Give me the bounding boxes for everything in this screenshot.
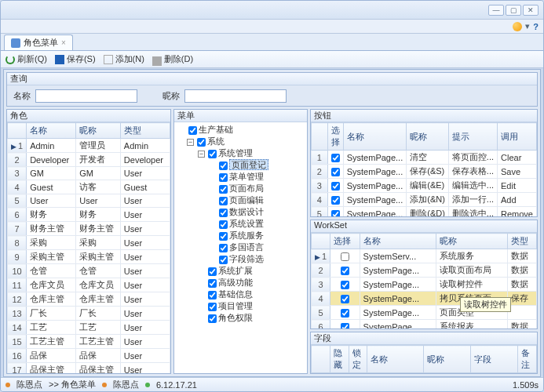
tab-label: 角色菜单 [24, 37, 58, 49]
name-input[interactable] [35, 89, 137, 103]
table-row[interactable]: 3SystemPage...读取树控件数据 [312, 278, 537, 292]
tree-checkbox[interactable] [197, 138, 206, 147]
tab-close-icon[interactable]: × [61, 38, 66, 47]
tree-node[interactable]: 基础信息 [198, 289, 305, 300]
status-version: 6.12.17.21 [156, 380, 197, 390]
table-row[interactable]: 5SystemPage...删除(&D)删除选中...Remove [312, 207, 537, 217]
alias-input[interactable] [184, 89, 287, 103]
menu-panel: 菜单 生产基础−系统−系统管理页面登记菜单管理页面布局页面编辑数据设计系统设置系… [173, 109, 308, 374]
tree-checkbox[interactable] [219, 244, 228, 252]
table-row[interactable]: 2SystemPage...保存(&S)保存表格...Save [312, 165, 537, 179]
row-checkbox[interactable] [341, 295, 349, 303]
add-icon [104, 55, 113, 64]
save-button[interactable]: 保存(S) [55, 53, 96, 65]
table-row[interactable]: 3GMGMUser [8, 167, 170, 180]
tree-node[interactable]: 数据设计 [209, 206, 305, 218]
row-checkbox[interactable] [331, 168, 340, 176]
tree-node[interactable]: 多国语言 [209, 241, 305, 253]
tree-checkbox[interactable] [208, 303, 217, 311]
table-row[interactable]: ▶1SystemServ...系统服务数据 [312, 249, 537, 263]
help-icon[interactable]: ? [533, 22, 539, 31]
tree-node[interactable]: 生产基础 [187, 124, 305, 136]
table-row[interactable]: 3SystemPage...编辑(&E)编辑选中...Edit [312, 179, 537, 193]
tree-node[interactable]: −系统管理页面登记菜单管理页面布局页面编辑数据设计系统设置系统服务多国语言字段筛… [198, 147, 305, 265]
help-bar: ▾ ? [1, 20, 543, 34]
tree-checkbox[interactable] [208, 267, 217, 276]
table-row[interactable]: 8采购采购User [8, 236, 170, 250]
table-row[interactable]: 17品保主管品保主管User [8, 363, 170, 374]
table-row[interactable]: 9采购主管采购主管User [8, 250, 170, 264]
table-row[interactable]: 11仓库文员仓库文员User [8, 278, 170, 292]
row-checkbox[interactable] [331, 196, 340, 205]
row-checkbox[interactable] [341, 252, 349, 261]
tree-node[interactable]: 页面布局 [209, 183, 305, 194]
row-checkbox[interactable] [341, 323, 349, 328]
fields-grid[interactable]: 隐藏锁定名称昵称字段备注▶1@sUserRolesUserRolesUserRo… [311, 345, 537, 373]
table-row[interactable]: 15工艺主管工艺主管User [8, 335, 170, 349]
table-row[interactable]: 16品保品保User [8, 349, 170, 363]
table-row[interactable]: 13厂长厂长User [8, 307, 170, 321]
collapse-icon[interactable]: − [187, 139, 194, 146]
tree-node[interactable]: 系统设置 [209, 218, 305, 230]
tree-checkbox[interactable] [219, 209, 228, 217]
row-checkbox[interactable] [331, 154, 340, 162]
theme-icon[interactable] [513, 22, 522, 31]
table-row[interactable]: 7财务主管财务主管User [8, 222, 170, 236]
tree-checkbox[interactable] [188, 126, 197, 135]
table-row[interactable]: 2SystemPage...读取页面布局数据 [312, 263, 537, 278]
tree-checkbox[interactable] [219, 220, 228, 229]
tree-checkbox[interactable] [219, 173, 228, 182]
tree-node[interactable]: 字段筛选 [209, 253, 305, 265]
row-checkbox[interactable] [331, 210, 340, 216]
tree-checkbox[interactable] [208, 291, 217, 299]
tree-node[interactable]: 页面登记 [209, 159, 305, 171]
menu-header: 菜单 [174, 110, 307, 122]
row-checkbox[interactable] [331, 182, 340, 191]
tree-checkbox[interactable] [219, 197, 228, 205]
tree-node[interactable]: 系统扩展 [198, 265, 305, 277]
query-header: 查询 [7, 73, 537, 85]
row-checkbox[interactable] [341, 281, 349, 289]
dropdown-icon[interactable]: ▾ [525, 21, 530, 31]
tree-node[interactable]: 项目管理 [198, 300, 305, 312]
table-row[interactable]: 4SystemPage...添加(&N)添加一行...Add [312, 193, 537, 207]
table-row[interactable]: 5UserUserUser [8, 194, 170, 208]
tree-checkbox[interactable] [219, 232, 228, 241]
roles-grid[interactable]: 名称昵称类型▶1Admin管理员Admin2Developer开发者Develo… [7, 122, 170, 373]
table-row[interactable]: 10仓管仓管User [8, 264, 170, 278]
tree-checkbox[interactable] [219, 256, 228, 264]
table-row[interactable]: 14工艺工艺User [8, 321, 170, 335]
table-row[interactable]: 4Guest访客Guest [8, 180, 170, 194]
tree-node[interactable]: 菜单管理 [209, 171, 305, 183]
table-row[interactable]: 12仓库主管仓库主管User [8, 292, 170, 307]
tree-node[interactable]: 系统服务 [209, 230, 305, 241]
tree-checkbox[interactable] [219, 185, 228, 194]
tree-node[interactable]: 高级功能 [198, 277, 305, 289]
tree-node[interactable]: −系统−系统管理页面登记菜单管理页面布局页面编辑数据设计系统设置系统服务多国语言… [187, 136, 305, 324]
tab-role-menu[interactable]: 角色菜单 × [4, 34, 73, 50]
minimize-button[interactable]: — [488, 5, 504, 16]
tree-checkbox[interactable] [208, 279, 217, 288]
tree-checkbox[interactable] [208, 150, 217, 158]
menu-tree[interactable]: 生产基础−系统−系统管理页面登记菜单管理页面布局页面编辑数据设计系统设置系统服务… [174, 122, 307, 373]
table-row[interactable]: 6SystemPage...系统报表数据 [312, 320, 537, 329]
table-row[interactable]: 6财务财务User [8, 208, 170, 222]
buttons-grid[interactable]: 选择名称昵称提示调用1SystemPage...清空将页面控...Clear2S… [311, 122, 537, 216]
tree-checkbox[interactable] [219, 162, 228, 170]
close-button[interactable]: ✕ [523, 5, 539, 16]
workset-grid[interactable]: 选择名称昵称类型▶1SystemServ...系统服务数据2SystemPage… [311, 233, 537, 328]
table-row[interactable]: 2Developer开发者Developer [8, 153, 170, 167]
row-checkbox[interactable] [341, 267, 349, 275]
row-checkbox[interactable] [341, 309, 349, 318]
tree-node[interactable]: 页面编辑 [209, 194, 305, 206]
table-row[interactable]: 1SystemPage...清空将页面控...Clear [312, 151, 537, 165]
refresh-button[interactable]: 刷新(Q) [5, 53, 47, 65]
tree-checkbox[interactable] [208, 314, 217, 323]
maximize-button[interactable]: ▢ [506, 5, 521, 16]
toolbar: 刷新(Q) 保存(S) 添加(N) 删除(D) [1, 51, 543, 68]
status-mid: >> 角色菜单 [49, 379, 96, 390]
collapse-icon[interactable]: − [198, 151, 205, 158]
table-row[interactable]: ▶1Admin管理员Admin [8, 139, 170, 153]
tree-node[interactable]: 角色权限 [198, 312, 305, 324]
table-row[interactable]: ▶1@sUserRolesUserRolesUserRole [312, 373, 537, 374]
